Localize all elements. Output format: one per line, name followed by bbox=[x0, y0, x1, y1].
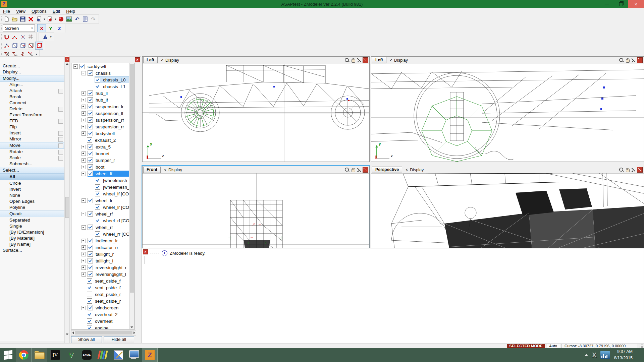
command-single[interactable]: Single bbox=[0, 223, 64, 229]
pan-icon[interactable] bbox=[351, 167, 356, 172]
tree-node-label[interactable]: indicator_rr bbox=[95, 245, 119, 250]
command-circle[interactable]: Circle bbox=[0, 180, 64, 186]
primitive-cone-icon[interactable] bbox=[42, 33, 49, 41]
tree-node-label[interactable]: reversinglight_r bbox=[95, 265, 127, 270]
command-surface[interactable]: Surface... bbox=[0, 247, 64, 253]
command-panel-scrollbar[interactable]: × bbox=[64, 56, 69, 343]
properties-icon[interactable] bbox=[82, 15, 89, 23]
log-close-icon[interactable]: × bbox=[143, 249, 148, 254]
visibility-checkbox[interactable] bbox=[88, 97, 93, 103]
zoom-icon[interactable] bbox=[344, 167, 350, 172]
maximize-icon[interactable] bbox=[631, 167, 636, 172]
command-panel-close-icon[interactable]: × bbox=[65, 57, 70, 62]
visibility-checkbox[interactable] bbox=[95, 231, 100, 237]
combo-dropdown-icon[interactable]: ▾ bbox=[30, 25, 35, 31]
command-option-button[interactable] bbox=[58, 156, 63, 161]
tree-node-label[interactable]: suspension_lr bbox=[95, 104, 124, 110]
command-submesh[interactable]: Submesh... bbox=[0, 161, 64, 167]
tree-node-label[interactable]: reversinglight_l bbox=[95, 272, 127, 277]
command-scale[interactable]: Scale bbox=[0, 155, 64, 161]
expand-icon[interactable] bbox=[82, 265, 86, 270]
visibility-checkbox[interactable] bbox=[95, 178, 100, 183]
tree-node-label[interactable]: wheel_lf bbox=[95, 171, 113, 177]
collapse-icon[interactable] bbox=[82, 225, 86, 230]
tree-node-label[interactable]: bumper_r bbox=[95, 158, 116, 163]
vertices-mode-icon[interactable] bbox=[3, 42, 10, 49]
pan-icon[interactable] bbox=[625, 167, 630, 172]
expand-icon[interactable] bbox=[82, 111, 86, 116]
tree-node-label[interactable]: bonnet bbox=[95, 151, 110, 157]
axis-x-button[interactable]: X bbox=[37, 24, 46, 32]
expand-icon[interactable] bbox=[82, 259, 86, 263]
collapse-icon[interactable] bbox=[82, 198, 86, 203]
command-insert[interactable]: Insert bbox=[0, 130, 64, 136]
save-icon[interactable] bbox=[19, 15, 26, 23]
menu-help[interactable]: Help bbox=[63, 8, 78, 14]
visibility-checkbox[interactable] bbox=[87, 278, 92, 284]
new-icon[interactable] bbox=[3, 15, 10, 23]
primitive-caret-icon[interactable]: ▾ bbox=[49, 35, 52, 39]
menu-options[interactable]: Options bbox=[29, 8, 50, 14]
command-option-button[interactable] bbox=[58, 150, 63, 155]
command-rotate[interactable]: Rotate bbox=[0, 149, 64, 155]
visibility-checkbox[interactable] bbox=[88, 258, 93, 263]
pan-icon[interactable] bbox=[351, 58, 356, 63]
expand-icon[interactable] bbox=[82, 272, 86, 277]
scene-tree-close-icon[interactable]: × bbox=[135, 57, 140, 62]
tree-node-label[interactable]: seat_pside_f bbox=[94, 285, 122, 291]
axis-y-button[interactable]: Y bbox=[47, 24, 55, 32]
viewport-chevron[interactable]: < bbox=[164, 168, 166, 172]
tree-node-label[interactable]: suspension_rf bbox=[95, 117, 125, 123]
stripes-icon[interactable] bbox=[95, 348, 110, 362]
minimize-button[interactable] bbox=[600, 0, 614, 8]
expand-icon[interactable] bbox=[82, 131, 86, 136]
viewport-display-menu[interactable]: Display bbox=[394, 58, 619, 63]
visibility-checkbox[interactable] bbox=[88, 305, 93, 310]
tree-node-label[interactable]: chassis_L0 bbox=[102, 77, 127, 83]
chrome-icon[interactable] bbox=[16, 348, 32, 362]
command-separated[interactable]: Separated bbox=[0, 217, 64, 223]
command-polyline[interactable]: Polyline bbox=[0, 204, 64, 210]
visibility-checkbox[interactable] bbox=[88, 111, 93, 116]
detach-icon[interactable] bbox=[363, 167, 368, 173]
command-option-button[interactable] bbox=[58, 137, 63, 142]
viewport-chevron[interactable]: < bbox=[406, 168, 408, 172]
tree-horizontal-scrollbar[interactable] bbox=[71, 330, 136, 336]
tree-node-label[interactable]: suspension_lf bbox=[95, 111, 124, 116]
tree-node-label[interactable]: wheel_lr bbox=[95, 198, 113, 203]
tree-node-label[interactable]: indicator_lr bbox=[95, 238, 119, 244]
zmodeler-taskbar-icon[interactable]: Z bbox=[142, 348, 158, 362]
command-all[interactable]: All bbox=[0, 174, 64, 180]
scroll-down-icon[interactable] bbox=[66, 334, 68, 335]
maximize-icon[interactable] bbox=[357, 167, 362, 172]
command-by-material[interactable]: [By Material] bbox=[0, 235, 64, 241]
tree-node-label[interactable]: hub_lr bbox=[95, 90, 109, 96]
open-icon[interactable] bbox=[11, 15, 18, 23]
visibility-checkbox[interactable] bbox=[88, 265, 93, 270]
command-mirror[interactable]: Mirror bbox=[0, 136, 64, 142]
expand-icon[interactable] bbox=[82, 125, 86, 129]
visibility-checkbox[interactable] bbox=[88, 117, 93, 123]
viewport-label-button[interactable]: Left bbox=[143, 57, 158, 63]
command-connect[interactable]: Connect bbox=[0, 100, 64, 106]
tree-node-label[interactable]: seat_dside_f bbox=[94, 278, 122, 284]
viewport-label-button[interactable]: Perspective bbox=[372, 167, 402, 173]
import-caret-icon[interactable]: ▾ bbox=[43, 17, 46, 21]
command-move[interactable]: Move bbox=[0, 142, 64, 149]
pan-icon[interactable] bbox=[625, 58, 630, 63]
tree-vertical-scrollbar[interactable] bbox=[129, 63, 135, 329]
tree-node-label[interactable]: windscreen bbox=[95, 305, 119, 311]
scroll-up-icon[interactable] bbox=[66, 63, 68, 65]
visibility-checkbox[interactable] bbox=[87, 292, 92, 297]
expand-icon[interactable] bbox=[82, 91, 86, 96]
command-option-button[interactable] bbox=[58, 119, 63, 124]
visibility-checkbox[interactable] bbox=[88, 164, 93, 170]
viewport-canvas[interactable]: y z bbox=[143, 64, 369, 162]
tree-node-label[interactable]: chassis bbox=[95, 70, 112, 76]
detach-icon[interactable] bbox=[637, 57, 643, 63]
viewport-label-button[interactable]: Front bbox=[143, 167, 161, 173]
visibility-checkbox[interactable] bbox=[88, 104, 93, 109]
command-create[interactable]: Create... bbox=[0, 63, 64, 69]
command-open-edges[interactable]: Open Edges bbox=[0, 198, 64, 204]
expand-icon[interactable] bbox=[82, 245, 86, 250]
